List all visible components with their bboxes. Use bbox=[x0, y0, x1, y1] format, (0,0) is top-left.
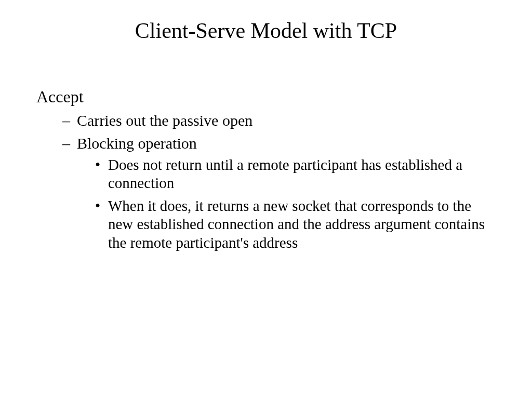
bullet-list-level2: Does not return until a remote participa… bbox=[77, 156, 496, 252]
sub-bullet-item: Does not return until a remote participa… bbox=[95, 156, 496, 193]
bullet-text: Blocking operation bbox=[77, 135, 197, 152]
sub-bullet-item: When it does, it returns a new socket th… bbox=[95, 197, 496, 252]
bullet-list-level1: Carries out the passive open Blocking op… bbox=[36, 111, 496, 252]
section-heading: Accept bbox=[36, 87, 496, 107]
bullet-item: Blocking operation Does not return until… bbox=[62, 134, 496, 252]
slide-title: Client-Serve Model with TCP bbox=[36, 18, 496, 43]
slide-container: Client-Serve Model with TCP Accept Carri… bbox=[0, 0, 532, 399]
sub-bullet-text: When it does, it returns a new socket th… bbox=[108, 197, 485, 251]
sub-bullet-text: Does not return until a remote participa… bbox=[108, 156, 462, 191]
bullet-item: Carries out the passive open bbox=[62, 111, 496, 130]
bullet-text: Carries out the passive open bbox=[77, 112, 252, 129]
